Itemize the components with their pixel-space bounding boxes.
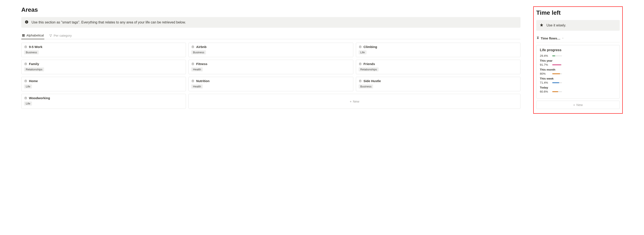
timeleft-title: Time left	[536, 9, 620, 16]
tab-label: Per category	[54, 34, 72, 37]
svg-point-14	[359, 63, 361, 63]
area-card-title: Friends	[364, 62, 375, 66]
progress-bar	[552, 64, 562, 65]
area-card[interactable]: FriendsRelationships	[356, 60, 520, 74]
progress-percent: 60.6%	[540, 90, 550, 93]
tab-label: Alphabetical	[26, 34, 44, 37]
svg-rect-2	[26, 21, 27, 22]
timeleft-callout: Use it wisely.	[536, 20, 620, 31]
area-card-tag: Health	[191, 84, 203, 89]
area-card-title: Family	[29, 62, 39, 66]
svg-rect-1	[26, 22, 27, 23]
timeleft-section: Time left Use it wisely. Time flows… Lif…	[533, 7, 623, 114]
svg-point-15	[25, 80, 26, 80]
progress-bar	[552, 82, 562, 83]
area-card-tag: Life	[24, 102, 32, 106]
area-card[interactable]: Side HustleBusiness	[356, 77, 520, 91]
progress-percent: 80%	[540, 72, 550, 75]
area-card-title: Airbnb	[196, 45, 206, 49]
database-icon	[24, 79, 27, 83]
life-progress-card[interactable]: Life progress 29.4%This year91.7%This mo…	[536, 45, 620, 99]
category-icon	[49, 34, 52, 37]
area-card-tag: Business	[24, 50, 39, 54]
database-icon	[24, 96, 27, 100]
areas-new-button[interactable]: +New	[188, 94, 520, 109]
progress-label: This week	[540, 77, 616, 80]
area-card-title: Side Hustle	[364, 79, 381, 83]
area-card-tag: Life	[24, 84, 32, 89]
plus-icon: +	[573, 103, 575, 107]
progress-percent: 91.7%	[540, 63, 550, 66]
database-icon	[191, 45, 194, 48]
areas-tabs: AlphabeticalPer category	[21, 32, 520, 39]
svg-point-10	[192, 46, 194, 46]
area-card-tag: Business	[191, 50, 206, 54]
area-card-tag: Life	[359, 50, 366, 54]
progress-row: This week71.4%	[540, 77, 616, 84]
database-icon	[24, 45, 27, 48]
areas-callout: Use this section as "smart tags". Everyt…	[21, 17, 520, 28]
svg-point-13	[192, 63, 194, 63]
chevron-down-icon	[562, 37, 564, 40]
progress-percent: 29.4%	[540, 54, 550, 57]
plus-icon: +	[350, 100, 352, 103]
tab-alphabetical[interactable]: Alphabetical	[21, 32, 44, 39]
database-icon	[24, 62, 27, 66]
area-card-title: Fitness	[196, 62, 208, 66]
progress-bar	[552, 91, 562, 92]
svg-point-12	[25, 63, 26, 63]
life-progress-title: Life progress	[540, 48, 616, 52]
star-icon	[540, 23, 544, 28]
database-icon	[359, 79, 362, 83]
svg-point-6	[50, 34, 50, 35]
area-card-title: Nutrition	[196, 79, 209, 83]
svg-point-9	[25, 46, 26, 46]
svg-point-7	[51, 34, 52, 35]
time-flows-label: Time flows…	[541, 37, 560, 40]
timeleft-new-label: New	[576, 103, 583, 107]
areas-section: Areas Use this section as "smart tags". …	[21, 7, 520, 109]
database-icon	[191, 62, 194, 66]
areas-title: Areas	[21, 7, 520, 13]
svg-point-18	[25, 97, 26, 97]
progress-row: This year91.7%	[540, 59, 616, 66]
area-card[interactable]: HomeLife	[21, 77, 186, 91]
list-icon	[22, 34, 25, 37]
svg-point-17	[359, 80, 361, 80]
areas-callout-text: Use this section as "smart tags". Everyt…	[32, 21, 186, 24]
area-card-tag: Business	[359, 84, 373, 89]
svg-point-11	[359, 46, 361, 46]
progress-rows: 29.4%This year91.7%This month80%This wee…	[540, 54, 616, 93]
database-icon	[359, 62, 362, 66]
time-flows-toggle[interactable]: Time flows…	[536, 35, 620, 43]
area-card[interactable]: FitnessHealth	[188, 60, 353, 74]
progress-percent: 71.4%	[540, 81, 550, 84]
database-icon	[191, 79, 194, 83]
timeleft-new-button[interactable]: + New	[536, 101, 620, 109]
svg-point-16	[192, 80, 194, 80]
progress-row: This month80%	[540, 68, 616, 75]
progress-label: This month	[540, 68, 616, 71]
svg-rect-4	[22, 35, 25, 36]
area-card[interactable]: WoodworkingLife	[21, 94, 186, 109]
areas-new-label: New	[353, 100, 359, 103]
area-card[interactable]: ClimbingLife	[356, 43, 520, 57]
progress-label: Today	[540, 86, 616, 89]
area-card-tag: Health	[191, 67, 203, 71]
progress-row: Today60.6%	[540, 86, 616, 93]
area-card[interactable]: FamilyRelationships	[21, 60, 186, 74]
area-card[interactable]: 9-5 WorkBusiness	[21, 43, 186, 57]
area-card-title: Home	[29, 79, 38, 83]
area-card-tag: Relationships	[359, 67, 379, 71]
info-icon	[25, 20, 28, 25]
area-card-tag: Relationships	[24, 67, 44, 71]
tab-per-category[interactable]: Per category	[48, 32, 72, 39]
timeleft-callout-text: Use it wisely.	[546, 24, 566, 27]
progress-label: This year	[540, 59, 616, 62]
area-card[interactable]: NutritionHealth	[188, 77, 353, 91]
progress-row: 29.4%	[540, 54, 616, 57]
svg-point-8	[50, 36, 51, 37]
area-card[interactable]: AirbnbBusiness	[188, 43, 353, 57]
progress-bar	[552, 73, 562, 74]
svg-rect-3	[22, 34, 25, 35]
